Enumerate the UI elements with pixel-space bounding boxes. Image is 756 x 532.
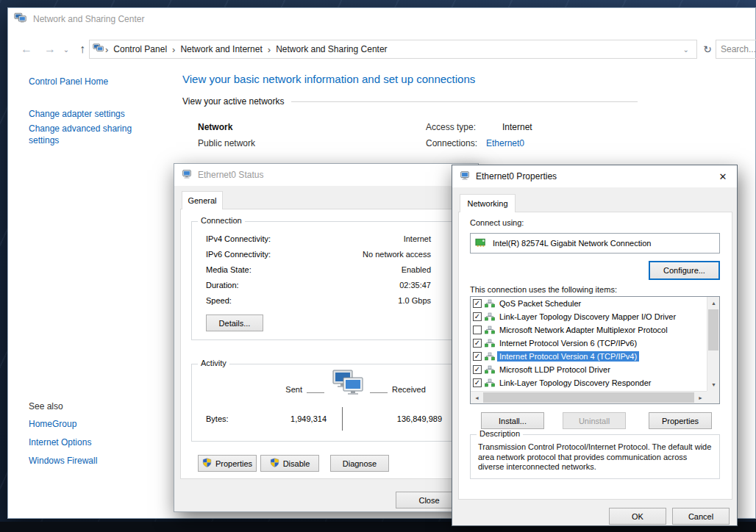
sidebar-item-homegroup[interactable]: HomeGroup bbox=[29, 419, 76, 429]
scroll-right-icon[interactable]: ► bbox=[694, 392, 707, 404]
connection-item-label: Microsoft LLDP Protocol Driver bbox=[497, 364, 613, 375]
general-tab-page: Connection IPv4 Connectivity:InternetIPv… bbox=[180, 209, 474, 479]
uninstall-button: Uninstall bbox=[563, 412, 626, 429]
connection-item[interactable]: ✓Link-Layer Topology Discovery Mapper I/… bbox=[471, 310, 707, 323]
search-box[interactable]: Search... bbox=[716, 40, 756, 59]
access-type-value: Internet bbox=[502, 122, 532, 132]
ethernet0-properties-dialog: Ethernet0 Properties ✕ Networking Connec… bbox=[452, 165, 738, 526]
connection-item[interactable]: ✓Link-Layer Topology Discovery Responder bbox=[471, 376, 707, 389]
shield-icon bbox=[202, 458, 212, 469]
sidebar-item-change-advanced-sharing[interactable]: Change advanced sharing settings bbox=[29, 123, 148, 146]
search-placeholder: Search... bbox=[721, 44, 756, 54]
ethernet0-link[interactable]: Ethernet0 bbox=[486, 138, 524, 148]
connection-status-rows: IPv4 Connectivity:InternetIPv6 Connectiv… bbox=[192, 231, 463, 308]
active-networks-section-title: View your active networks bbox=[182, 96, 285, 107]
history-dropdown-icon[interactable]: ⌄ bbox=[61, 37, 71, 61]
checkbox[interactable]: ✓ bbox=[473, 365, 482, 374]
connection-item-label: Internet Protocol Version 6 (TCP/IPv6) bbox=[497, 338, 639, 348]
status-row-label: IPv6 Connectivity: bbox=[206, 250, 271, 259]
connection-item[interactable]: ✓QoS Packet Scheduler bbox=[471, 297, 707, 310]
description-groupbox: Description Transmission Control Protoco… bbox=[470, 434, 720, 479]
breadcrumb-network-icon bbox=[93, 43, 104, 55]
connection-item[interactable]: ✓Microsoft LLDP Protocol Driver bbox=[471, 363, 707, 376]
properties-dialog-title: Ethernet0 Properties bbox=[476, 171, 557, 181]
horizontal-scroll-thumb[interactable] bbox=[483, 392, 694, 403]
breadcrumb-network-and-internet[interactable]: Network and Internet bbox=[176, 44, 266, 54]
horizontal-scrollbar[interactable]: ◄ ► bbox=[471, 391, 707, 403]
ethernet-properties-icon bbox=[460, 170, 470, 182]
sent-label: Sent bbox=[273, 385, 302, 394]
checkbox[interactable]: ✓ bbox=[473, 299, 482, 308]
forward-button[interactable]: → bbox=[40, 37, 60, 61]
address-bar[interactable]: › Control Panel › Network and Internet ›… bbox=[89, 40, 697, 59]
close-icon[interactable]: ✕ bbox=[709, 165, 737, 187]
install-button[interactable]: Install... bbox=[481, 412, 544, 429]
up-button[interactable]: ↑ bbox=[74, 37, 90, 61]
connect-using-label: Connect using: bbox=[470, 218, 524, 227]
status-row: IPv4 Connectivity:Internet bbox=[192, 231, 463, 246]
network-app-icon bbox=[14, 12, 27, 26]
install-button-label: Install... bbox=[499, 417, 527, 425]
bytes-received-value: 136,849,989 bbox=[377, 414, 442, 423]
uninstall-button-label: Uninstall bbox=[579, 417, 610, 425]
status-row-label: Speed: bbox=[206, 296, 232, 305]
properties-button[interactable]: Properties bbox=[198, 455, 257, 472]
checkbox[interactable] bbox=[473, 326, 482, 334]
received-line bbox=[370, 392, 388, 393]
address-dropdown-icon[interactable]: ⌄ bbox=[679, 46, 693, 54]
status-row: IPv6 Connectivity:No network access bbox=[192, 246, 463, 262]
page-title: View your basic network information and … bbox=[182, 73, 475, 85]
window-title: Network and Sharing Center bbox=[33, 14, 144, 24]
sidebar-item-windows-firewall[interactable]: Windows Firewall bbox=[29, 456, 97, 466]
diagnose-button[interactable]: Diagnose bbox=[330, 455, 389, 472]
connection-item[interactable]: Microsoft Network Adapter Multiplexor Pr… bbox=[471, 323, 707, 337]
breadcrumb-network-sharing-center[interactable]: Network and Sharing Center bbox=[271, 44, 391, 54]
configure-button[interactable]: Configure... bbox=[649, 261, 720, 280]
sidebar-item-internet-options[interactable]: Internet Options bbox=[29, 437, 91, 447]
protocol-icon bbox=[485, 365, 495, 374]
connection-item[interactable]: ✓Internet Protocol Version 4 (TCP/IPv4) bbox=[471, 350, 707, 363]
vertical-scrollbar[interactable]: ▲ ▼ bbox=[707, 297, 719, 391]
checkbox[interactable]: ✓ bbox=[473, 378, 482, 387]
disable-button[interactable]: Disable bbox=[260, 455, 319, 472]
sidebar-item-change-adapter-settings[interactable]: Change adapter settings bbox=[29, 109, 125, 119]
protocol-icon bbox=[485, 339, 495, 348]
details-button[interactable]: Details... bbox=[206, 314, 263, 331]
details-button-label: Details... bbox=[219, 319, 251, 328]
status-row: Duration:02:35:47 bbox=[192, 277, 463, 292]
checkbox[interactable]: ✓ bbox=[473, 312, 482, 321]
ok-button[interactable]: OK bbox=[609, 508, 666, 525]
sent-line bbox=[307, 392, 324, 393]
connection-item[interactable]: ✓Internet Protocol Version 6 (TCP/IPv6) bbox=[471, 337, 707, 350]
bytes-sent-value: 1,949,314 bbox=[262, 414, 327, 423]
status-row: Speed:1.0 Gbps bbox=[192, 292, 463, 308]
checkbox[interactable]: ✓ bbox=[473, 339, 482, 348]
status-row-value: 02:35:47 bbox=[399, 281, 431, 290]
scroll-up-icon[interactable]: ▲ bbox=[707, 297, 720, 309]
tab-general[interactable]: General bbox=[182, 191, 223, 209]
scroll-left-icon[interactable]: ◄ bbox=[471, 392, 483, 404]
scroll-down-icon[interactable]: ▼ bbox=[707, 378, 720, 391]
received-label: Received bbox=[392, 385, 426, 394]
sidebar-item-control-panel-home[interactable]: Control Panel Home bbox=[29, 76, 108, 87]
back-button[interactable]: ← bbox=[17, 37, 36, 61]
ethernet0-status-dialog: Ethernet0 Status ✕ General Connection IP… bbox=[174, 163, 479, 512]
adapter-field[interactable]: Intel(R) 82574L Gigabit Network Connecti… bbox=[470, 233, 720, 254]
connection-item-label: Link-Layer Topology Discovery Mapper I/O… bbox=[497, 312, 678, 322]
checkbox[interactable]: ✓ bbox=[473, 352, 482, 361]
breadcrumb-control-panel[interactable]: Control Panel bbox=[109, 44, 171, 54]
connection-item-label: QoS Packet Scheduler bbox=[497, 298, 583, 309]
connection-items-list[interactable]: ✓QoS Packet Scheduler✓Link-Layer Topolog… bbox=[470, 296, 720, 404]
status-dialog-titlebar: Ethernet0 Status ✕ bbox=[174, 164, 478, 186]
connection-items: ✓QoS Packet Scheduler✓Link-Layer Topolog… bbox=[471, 297, 707, 391]
refresh-button[interactable]: ↻ bbox=[700, 40, 715, 59]
configure-button-label: Configure... bbox=[663, 266, 705, 275]
description-text: Transmission Control Protocol/Internet P… bbox=[478, 442, 712, 472]
vertical-scroll-thumb[interactable] bbox=[708, 309, 718, 351]
item-properties-button[interactable]: Properties bbox=[649, 412, 712, 429]
cancel-button[interactable]: Cancel bbox=[672, 508, 730, 525]
protocol-icon bbox=[485, 378, 495, 387]
status-row-label: IPv4 Connectivity: bbox=[206, 234, 271, 243]
tab-networking[interactable]: Networking bbox=[460, 194, 516, 212]
status-row: Media State:Enabled bbox=[192, 262, 463, 277]
